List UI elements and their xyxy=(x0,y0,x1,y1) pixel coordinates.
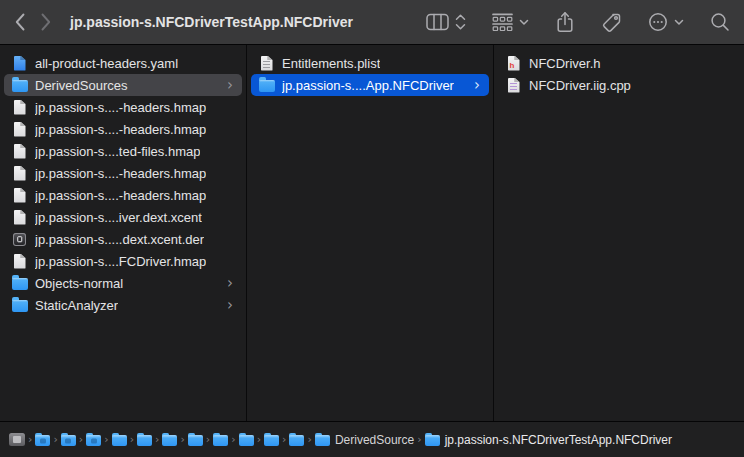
folder-name: Objects-normal xyxy=(35,276,123,291)
folder-name: StaticAnalyzer xyxy=(35,298,118,313)
breadcrumb-item[interactable] xyxy=(213,433,228,446)
breadcrumb-item[interactable] xyxy=(112,433,127,446)
file-row[interactable]: all-product-headers.yaml xyxy=(4,52,242,74)
file-name: NFCDriver.h xyxy=(529,56,601,71)
file-name: jp.passion-s....-headers.hmap xyxy=(35,188,206,203)
breadcrumb-item-derivedsources[interactable]: DerivedSource xyxy=(315,433,414,447)
breadcrumb-label: jp.passion-s.NFCDriverTestApp.NFCDriver xyxy=(445,433,672,447)
column-view-icon xyxy=(426,13,449,31)
chevron-right-icon: › xyxy=(227,78,235,93)
breadcrumb-item[interactable] xyxy=(86,433,101,446)
file-name: jp.passion-s....-headers.hmap xyxy=(35,100,206,115)
document-icon xyxy=(11,99,28,116)
chevron-right-icon: › xyxy=(227,276,235,291)
finder-window: jp.passion-s.NFCDriverTestApp.NFCDriver xyxy=(0,0,744,457)
breadcrumb-item[interactable] xyxy=(162,433,177,446)
breadcrumb-item[interactable] xyxy=(264,433,279,446)
tag-icon xyxy=(601,12,622,33)
file-name: all-product-headers.yaml xyxy=(35,56,178,71)
finder-column-2: Entitlements.plist jp.passion-s....App.N… xyxy=(247,45,494,421)
chevron-right-icon: › xyxy=(206,434,210,445)
folder-icon-library xyxy=(86,435,101,446)
document-icon xyxy=(11,209,28,226)
breadcrumb-item[interactable] xyxy=(35,433,50,446)
chevron-right-icon: › xyxy=(257,434,261,445)
view-mode-button[interactable] xyxy=(426,12,466,32)
header-file-icon xyxy=(505,55,522,72)
folder-icon xyxy=(425,435,440,446)
file-row[interactable]: NFCDriver.h xyxy=(498,52,740,74)
chevron-right-icon: › xyxy=(417,434,421,445)
chevron-right-icon: › xyxy=(227,298,235,313)
back-button[interactable] xyxy=(14,12,26,32)
document-icon xyxy=(11,187,28,204)
file-row[interactable]: jp.passion-s....FCDriver.hmap xyxy=(4,250,242,272)
folder-icon-users xyxy=(35,435,50,446)
folder-row[interactable]: StaticAnalyzer › xyxy=(4,294,242,316)
file-name: jp.passion-s....-headers.hmap xyxy=(35,122,206,137)
toolbar: jp.passion-s.NFCDriverTestApp.NFCDriver xyxy=(0,0,744,45)
document-icon xyxy=(11,143,28,160)
finder-column-3: NFCDriver.h NFCDriver.iig.cpp xyxy=(494,45,744,421)
folder-icon xyxy=(11,77,28,94)
path-bar: › › › › › › › › › › › › DerivedSource › … xyxy=(0,421,744,457)
file-name: jp.passion-s....FCDriver.hmap xyxy=(35,254,206,269)
breadcrumb-item[interactable] xyxy=(188,433,203,446)
group-button[interactable] xyxy=(492,13,529,31)
finder-column-1: all-product-headers.yaml DerivedSources … xyxy=(0,45,247,421)
window-title: jp.passion-s.NFCDriverTestApp.NFCDriver xyxy=(70,14,353,30)
file-name: jp.passion-s....ted-files.hmap xyxy=(35,144,200,159)
folder-icon xyxy=(112,435,127,446)
file-row[interactable]: jp.passion-s....-headers.hmap xyxy=(4,162,242,184)
der-file-icon xyxy=(11,231,28,248)
folder-icon xyxy=(188,435,203,446)
forward-button[interactable] xyxy=(40,12,52,32)
file-row[interactable]: jp.passion-s....-headers.hmap xyxy=(4,184,242,206)
folder-row[interactable]: Objects-normal › xyxy=(4,272,242,294)
breadcrumb-item[interactable] xyxy=(239,433,254,446)
more-options-button[interactable] xyxy=(648,12,684,32)
folder-row[interactable]: DerivedSources › xyxy=(4,74,242,96)
tags-button[interactable] xyxy=(601,12,622,33)
toolbar-actions xyxy=(426,11,730,33)
folder-icon xyxy=(11,297,28,314)
chevron-right-icon: › xyxy=(231,434,235,445)
share-icon xyxy=(555,11,575,33)
file-row[interactable]: jp.passion-s....ted-files.hmap xyxy=(4,140,242,162)
file-name: jp.passion-s....-headers.hmap xyxy=(35,166,206,181)
breadcrumb-item-disk[interactable] xyxy=(9,433,25,446)
file-name: jp.passion-s.....dext.xcent.der xyxy=(35,232,204,247)
column-browser: all-product-headers.yaml DerivedSources … xyxy=(0,45,744,421)
cpp-file-icon xyxy=(505,77,522,94)
breadcrumb-item[interactable] xyxy=(137,433,152,446)
chevron-right-icon: › xyxy=(282,434,286,445)
file-row[interactable]: NFCDriver.iig.cpp xyxy=(498,74,740,96)
file-row[interactable]: jp.passion-s....iver.dext.xcent xyxy=(4,206,242,228)
chevron-down-icon xyxy=(519,19,529,26)
document-icon xyxy=(11,165,28,182)
folder-icon xyxy=(11,275,28,292)
file-row[interactable]: jp.passion-s....-headers.hmap xyxy=(4,118,242,140)
breadcrumb-item[interactable] xyxy=(289,433,304,446)
folder-icon xyxy=(162,435,177,446)
chevron-left-icon xyxy=(14,12,26,32)
file-name: NFCDriver.iig.cpp xyxy=(529,78,631,93)
breadcrumb-item[interactable] xyxy=(61,433,76,446)
folder-name: DerivedSources xyxy=(35,78,128,93)
file-name: Entitlements.plist xyxy=(282,56,380,71)
updown-chevrons-icon xyxy=(455,12,466,32)
disk-icon xyxy=(9,433,25,446)
chevron-right-icon: › xyxy=(79,434,83,445)
file-row[interactable]: jp.passion-s....-headers.hmap xyxy=(4,96,242,118)
share-button[interactable] xyxy=(555,11,575,33)
folder-row[interactable]: jp.passion-s....App.NFCDriver › xyxy=(251,74,489,96)
file-row[interactable]: jp.passion-s.....dext.xcent.der xyxy=(4,228,242,250)
breadcrumb-item-current[interactable]: jp.passion-s.NFCDriverTestApp.NFCDriver xyxy=(425,433,672,447)
chevron-right-icon: › xyxy=(104,434,108,445)
chevron-right-icon: › xyxy=(53,434,57,445)
breadcrumb-label: DerivedSource xyxy=(335,433,414,447)
folder-icon xyxy=(258,77,275,94)
search-button[interactable] xyxy=(710,12,730,32)
plist-file-icon xyxy=(258,55,275,72)
file-row[interactable]: Entitlements.plist xyxy=(251,52,489,74)
